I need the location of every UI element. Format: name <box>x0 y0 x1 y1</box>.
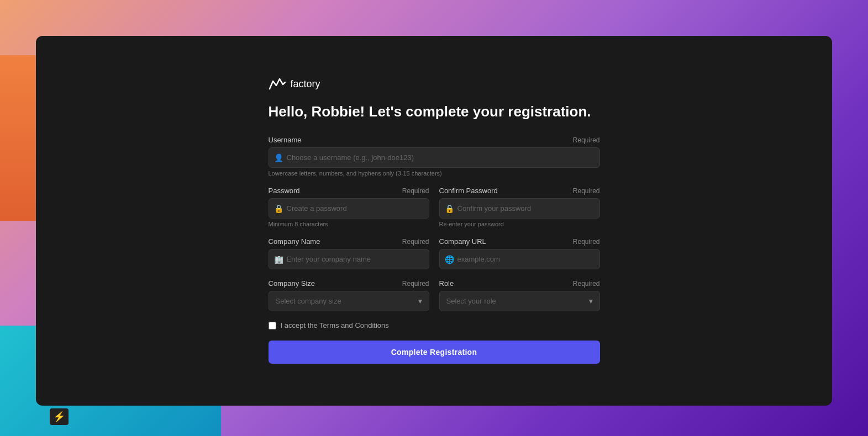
terms-checkbox-row: I accept the Terms and Conditions <box>269 321 600 329</box>
company-name-input[interactable] <box>269 249 429 269</box>
company-url-input[interactable] <box>439 249 600 269</box>
role-label: Role <box>439 279 454 288</box>
confirm-password-input-wrapper: 🔒 <box>439 198 600 219</box>
company-url-label: Company URL <box>439 237 486 246</box>
main-window: factory Hello, Robbie! Let's complete yo… <box>36 36 832 406</box>
company-size-required: Required <box>402 280 429 288</box>
role-label-row: Role Required <box>439 279 600 288</box>
role-select[interactable]: Select your role Developer Designer Mana… <box>439 291 600 311</box>
confirm-password-input[interactable] <box>439 198 600 219</box>
terms-label: I accept the Terms and Conditions <box>281 321 389 329</box>
company-url-col: Company URL Required 🌐 <box>439 237 600 269</box>
submit-button[interactable]: Complete Registration <box>269 341 600 364</box>
password-input[interactable] <box>269 198 429 219</box>
password-hint: Minimum 8 characters <box>269 221 429 227</box>
username-required: Required <box>573 136 600 144</box>
company-size-select[interactable]: Select company size 1-10 11-50 51-200 20… <box>269 291 429 311</box>
password-required: Required <box>402 187 429 195</box>
confirm-password-col: Confirm Password Required 🔒 Re-enter you… <box>439 187 600 227</box>
password-input-wrapper: 🔒 <box>269 198 429 219</box>
company-name-label-row: Company Name Required <box>269 237 429 246</box>
logo-area: factory <box>269 78 600 90</box>
role-required: Required <box>573 280 600 288</box>
form-container: factory Hello, Robbie! Let's complete yo… <box>257 67 611 375</box>
logo-text: factory <box>291 78 320 90</box>
company-url-label-row: Company URL Required <box>439 237 600 246</box>
confirm-password-label: Confirm Password <box>439 187 498 195</box>
company-url-required: Required <box>573 238 600 246</box>
confirm-password-label-row: Confirm Password Required <box>439 187 600 195</box>
size-role-row: Company Size Required Select company siz… <box>269 279 600 311</box>
company-size-label-row: Company Size Required <box>269 279 429 288</box>
username-input-wrapper: 👤 <box>269 147 600 168</box>
confirm-password-required: Required <box>573 187 600 195</box>
company-name-required: Required <box>402 238 429 246</box>
password-label: Password <box>269 187 300 195</box>
password-label-row: Password Required <box>269 187 429 195</box>
role-select-wrapper: Select your role Developer Designer Mana… <box>439 291 600 311</box>
company-size-col: Company Size Required Select company siz… <box>269 279 429 311</box>
username-hint: Lowercase letters, numbers, and hyphens … <box>269 170 600 177</box>
username-field-group: Username Required 👤 Lowercase letters, n… <box>269 136 600 177</box>
company-name-col: Company Name Required 🏢 <box>269 237 429 269</box>
company-name-label: Company Name <box>269 237 320 246</box>
company-url-input-wrapper: 🌐 <box>439 249 600 269</box>
password-row: Password Required 🔒 Minimum 8 characters… <box>269 187 600 227</box>
company-row: Company Name Required 🏢 Company URL Requ… <box>269 237 600 269</box>
password-col: Password Required 🔒 Minimum 8 characters <box>269 187 429 227</box>
page-title: Hello, Robbie! Let's complete your regis… <box>269 103 600 120</box>
company-size-label: Company Size <box>269 279 315 288</box>
username-label: Username <box>269 136 302 144</box>
company-name-input-wrapper: 🏢 <box>269 249 429 269</box>
confirm-password-hint: Re-enter your password <box>439 221 600 227</box>
bolt-icon: ⚡ <box>50 408 69 425</box>
terms-checkbox[interactable] <box>269 322 276 329</box>
factory-logo-icon <box>269 78 286 90</box>
username-input[interactable] <box>269 147 600 168</box>
username-label-row: Username Required <box>269 136 600 144</box>
role-col: Role Required Select your role Developer… <box>439 279 600 311</box>
company-size-select-wrapper: Select company size 1-10 11-50 51-200 20… <box>269 291 429 311</box>
